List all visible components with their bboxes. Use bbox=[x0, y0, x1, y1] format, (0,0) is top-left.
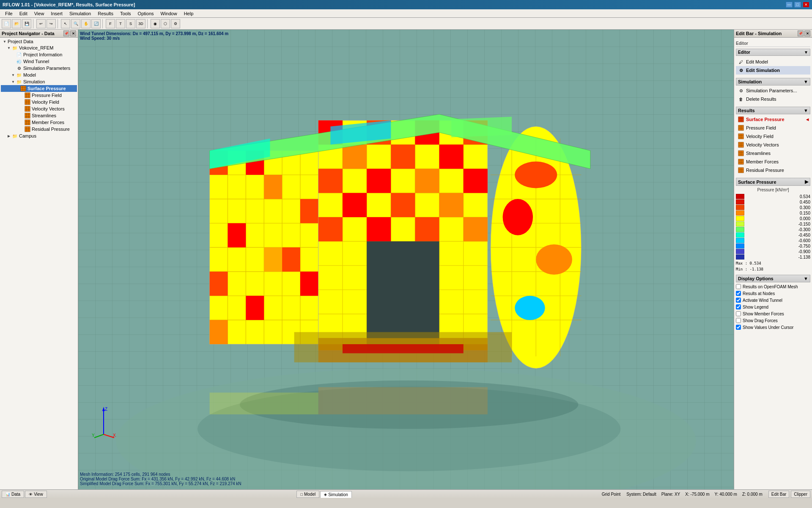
display-options-header[interactable]: Display Options ▼ bbox=[736, 275, 810, 282]
editor-dropdown[interactable]: Editor ▼ bbox=[736, 49, 810, 56]
clipper-btn[interactable]: Clipper bbox=[791, 491, 810, 498]
result-item-pressure-field[interactable]: Pressure Field bbox=[736, 124, 810, 132]
display-option-show-member-forces[interactable]: Show Member Forces bbox=[736, 310, 810, 317]
tree-item-label: Velocity Field bbox=[32, 99, 59, 105]
right-panel-close[interactable]: ✕ bbox=[804, 30, 810, 36]
menu-help[interactable]: Help bbox=[181, 10, 197, 17]
menu-view[interactable]: View bbox=[31, 10, 48, 17]
tree-item-campus[interactable]: ▶📁Campus bbox=[1, 133, 77, 139]
display-option-show-legend[interactable]: Show Legend bbox=[736, 304, 810, 310]
display-option-checkbox[interactable] bbox=[736, 291, 741, 296]
menu-tools[interactable]: Tools bbox=[117, 10, 134, 17]
svg-point-121 bbox=[503, 199, 533, 235]
tab-simulation[interactable]: ◈ Simulation bbox=[320, 491, 352, 498]
legend-value: -0.450 bbox=[747, 233, 810, 237]
title-bar: RFLOW 1.01 - [Vokovice_RFEM*, Results, S… bbox=[0, 0, 812, 9]
surface-pressure-section-header[interactable]: Surface Pressure ▶ bbox=[736, 178, 810, 186]
toolbar-select[interactable]: ↖ bbox=[61, 19, 70, 28]
display-option-show-values-under-cursor[interactable]: Show Values Under Cursor bbox=[736, 324, 810, 331]
tree-item-vokovice_rfem[interactable]: ▼📁Vokovice_RFEM bbox=[1, 44, 77, 51]
sim-params-item[interactable]: ⚙ Simulation Parameters... bbox=[736, 86, 810, 95]
minimize-button[interactable]: — bbox=[786, 2, 793, 8]
tree-item-wind-tunnel[interactable]: 💨Wind Tunnel bbox=[1, 58, 77, 65]
toolbar-front[interactable]: F bbox=[106, 19, 115, 28]
result-item-member-forces[interactable]: Member Forces bbox=[736, 157, 810, 166]
display-option-results-at-nodes[interactable]: Results at Nodes bbox=[736, 290, 810, 297]
edit-simulation-item[interactable]: ⚙ Edit Simulation bbox=[736, 66, 810, 75]
toolbar-settings[interactable]: ⚙ bbox=[171, 19, 180, 28]
display-option-show-drag-forces[interactable]: Show Drag Forces bbox=[736, 317, 810, 324]
toolbar-open[interactable]: 📂 bbox=[12, 19, 21, 28]
toolbar-redo[interactable]: ↪ bbox=[47, 19, 56, 28]
menu-window[interactable]: Window bbox=[157, 10, 181, 17]
display-option-checkbox[interactable] bbox=[736, 311, 741, 316]
tree-item-label: Streamlines bbox=[32, 113, 56, 118]
result-item-residual-pressure[interactable]: Residual Pressure bbox=[736, 166, 810, 174]
tree-item-model[interactable]: ▼📁Model bbox=[1, 72, 77, 78]
legend-row: 0.000 bbox=[736, 216, 810, 221]
tree-item-member-forces[interactable]: Member Forces bbox=[1, 119, 77, 126]
tab-data[interactable]: 📊 Data bbox=[2, 491, 24, 498]
svg-rect-156 bbox=[738, 142, 743, 147]
toolbar-zoom[interactable]: 🔍 bbox=[71, 19, 80, 28]
tree-item-simulation-parameters[interactable]: ⚙Simulation Parameters bbox=[1, 65, 77, 72]
result-item-surface-pressure[interactable]: Surface Pressure◀ bbox=[736, 115, 810, 124]
window-controls[interactable]: — □ ✕ bbox=[786, 2, 809, 8]
tree-item-pressure-field[interactable]: Pressure Field bbox=[1, 92, 77, 99]
display-option-activate-wind-tunnel[interactable]: Activate Wind Tunnel bbox=[736, 297, 810, 304]
menu-options[interactable]: Options bbox=[134, 10, 157, 17]
display-option-results-on-openfoam-mesh[interactable]: Results on OpenFOAM Mesh bbox=[736, 283, 810, 290]
tab-model[interactable]: □ Model bbox=[296, 491, 319, 498]
toolbar-rotate[interactable]: 🔄 bbox=[91, 19, 101, 28]
tree-item-velocity-field[interactable]: Velocity Field bbox=[1, 99, 77, 105]
delete-results-item[interactable]: 🗑 Delete Results bbox=[736, 95, 810, 103]
display-option-checkbox[interactable] bbox=[736, 325, 741, 330]
display-option-checkbox[interactable] bbox=[736, 304, 741, 309]
edit-model-item[interactable]: 🖊 Edit Model bbox=[736, 58, 810, 66]
menu-insert[interactable]: Insert bbox=[47, 10, 66, 17]
svg-rect-15 bbox=[25, 106, 30, 111]
menu-file[interactable]: File bbox=[2, 10, 16, 17]
menu-simulation[interactable]: Simulation bbox=[66, 10, 94, 17]
toolbar-pan[interactable]: ✋ bbox=[81, 19, 91, 28]
tree-item-project-data[interactable]: ▼Project Data bbox=[1, 39, 77, 44]
toolbar-side[interactable]: S bbox=[126, 19, 135, 28]
close-button[interactable]: ✕ bbox=[803, 2, 809, 8]
viewport[interactable]: Wind Tunnel Dimensions: Dx = 497.115 m, … bbox=[78, 30, 734, 489]
display-option-checkbox[interactable] bbox=[736, 284, 741, 289]
toolbar-wire[interactable]: ⬡ bbox=[161, 19, 170, 28]
tree-item-streamlines[interactable]: Streamlines bbox=[1, 112, 77, 119]
left-panel-close[interactable]: ✕ bbox=[70, 30, 76, 36]
restore-button[interactable]: □ bbox=[794, 2, 801, 8]
right-panel-pin[interactable]: 📌 bbox=[798, 30, 804, 36]
results-section-header[interactable]: Results ▼ bbox=[736, 107, 810, 114]
menu-results[interactable]: Results bbox=[94, 10, 117, 17]
right-panel-controls[interactable]: 📌 ✕ bbox=[798, 30, 810, 36]
result-item-velocity-vectors[interactable]: Velocity Vectors bbox=[736, 141, 810, 149]
menu-edit[interactable]: Edit bbox=[16, 10, 31, 17]
tree-item-residual-pressure[interactable]: Residual Pressure bbox=[1, 126, 77, 133]
tree-item-velocity-vectors[interactable]: Velocity Vectors bbox=[1, 105, 77, 112]
tree-expand-icon bbox=[15, 86, 19, 91]
tree-item-simulation[interactable]: ▼📁Simulation bbox=[1, 78, 77, 85]
result-item-velocity-field[interactable]: Velocity Field bbox=[736, 132, 810, 141]
left-panel-controls[interactable]: 📌 ✕ bbox=[63, 30, 76, 36]
legend-row: -0.150 bbox=[736, 221, 810, 226]
toolbar-render[interactable]: ◉ bbox=[151, 19, 160, 28]
display-option-checkbox[interactable] bbox=[736, 318, 741, 323]
display-option-checkbox[interactable] bbox=[736, 298, 741, 303]
toolbar-3d[interactable]: 3D bbox=[136, 19, 145, 28]
left-panel-pin[interactable]: 📌 bbox=[63, 30, 69, 36]
result-item-icon bbox=[738, 133, 744, 140]
legend-value: -0.600 bbox=[747, 238, 810, 243]
toolbar-save[interactable]: 💾 bbox=[22, 19, 31, 28]
edit-bar-btn[interactable]: Edit Bar bbox=[768, 491, 790, 498]
tab-view[interactable]: 👁 View bbox=[25, 491, 47, 498]
tree-item-project-information[interactable]: 📄Project Information bbox=[1, 51, 77, 58]
toolbar-undo[interactable]: ↩ bbox=[36, 19, 46, 28]
result-item-streamlines[interactable]: Streamlines bbox=[736, 149, 810, 157]
simulation-section-header[interactable]: Simulation ▼ bbox=[736, 78, 810, 86]
toolbar-top[interactable]: T bbox=[116, 19, 125, 28]
tree-item-surface-pressure[interactable]: Surface Pressure bbox=[1, 85, 77, 92]
toolbar-new[interactable]: 📄 bbox=[2, 19, 11, 28]
